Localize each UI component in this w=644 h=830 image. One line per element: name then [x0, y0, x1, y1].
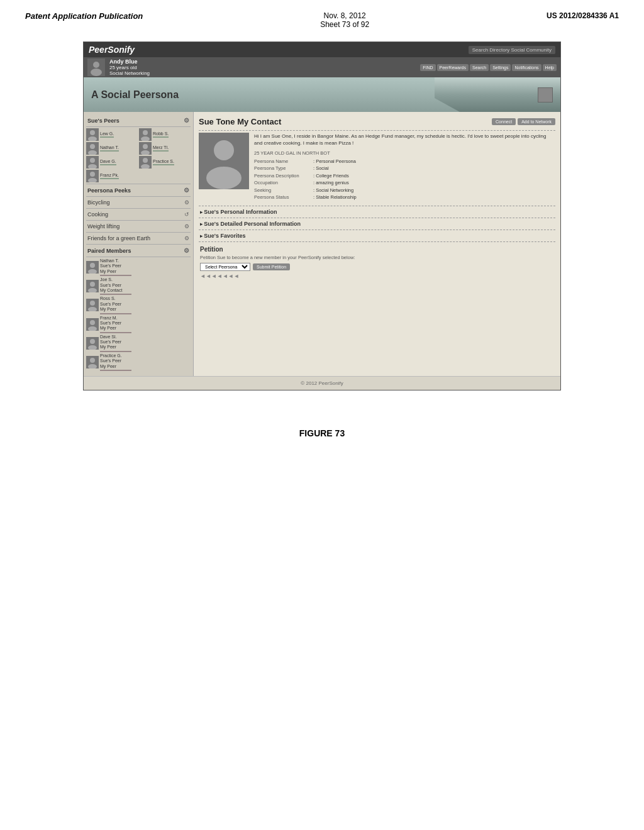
paired-avatar: [86, 261, 99, 274]
app-topbar: PeerSonify Search Directory Social Commu…: [84, 42, 560, 57]
paired-avatar: [86, 356, 99, 368]
svg-point-43: [214, 140, 234, 160]
petition-title: Petition: [200, 246, 554, 253]
paired-info: Ross S.Sue's PeerMy Peer: [100, 296, 131, 312]
app-navbar: Andy Blue 25 years old Social Networking…: [84, 57, 560, 77]
paired-item: Ross S.Sue's PeerMy Peer: [86, 296, 191, 314]
svg-point-1: [93, 62, 99, 68]
peer-grid: Lew G. Robb S. Nathan T.: [86, 128, 191, 169]
petition-section: Petition Petition Sue to become a new me…: [199, 241, 555, 283]
peers-gear-icon[interactable]: ⚙: [184, 117, 189, 124]
app-banner: A Social Peersona: [84, 77, 560, 112]
peer-name: Practice S.: [153, 159, 174, 164]
svg-point-25: [90, 263, 95, 268]
paired-divider: [86, 257, 191, 257]
svg-point-10: [90, 144, 95, 149]
peersona-weightlifting-icon: ⚙: [184, 223, 189, 230]
peer-item: Robb S.: [139, 128, 191, 141]
expand-detailed-info[interactable]: Sue's Detailed Personal Information: [199, 218, 555, 230]
svg-point-13: [143, 144, 148, 149]
banner-icon: [538, 87, 553, 102]
nav-search-button[interactable]: Search: [470, 64, 489, 71]
app-screenshot: PeerSonify Search Directory Social Commu…: [83, 42, 561, 390]
divider: [86, 208, 191, 209]
peer-avatar: [86, 142, 99, 155]
app-logo: PeerSonify: [89, 45, 135, 55]
paired-item: Dave Sl.Sue's PeerMy Peer: [86, 335, 191, 352]
paired-gear-icon[interactable]: ⚙: [184, 247, 189, 254]
peer-avatar: [139, 156, 152, 169]
page-header: Patent Application Publication Nov. 8, 2…: [0, 0, 644, 35]
paired-avatar: [86, 280, 99, 292]
peer-item: Practice S.: [139, 156, 191, 169]
svg-point-2: [91, 69, 102, 76]
contact-info-area: Hi I am Sue One, I reside in Bangor Main…: [199, 133, 555, 202]
app-sidebar: Sue's Peers ⚙ Lew G.: [84, 112, 194, 376]
paired-item: Nathan T.Sue's PeerMy Peer: [86, 258, 191, 276]
detail-row: Occupation : amazing genius: [254, 180, 555, 187]
paired-avatar: [86, 299, 99, 311]
app-main: Sue Tone My Contact Connect Add to Netwo…: [194, 112, 560, 376]
svg-point-28: [90, 282, 95, 287]
contact-buttons: Connect Add to Network: [492, 118, 555, 125]
peer-avatar: [139, 128, 152, 141]
add-to-network-button[interactable]: Add to Network: [518, 118, 555, 125]
patent-number: US 2012/0284336 A1: [547, 11, 619, 20]
svg-point-37: [90, 339, 95, 344]
contact-header: Sue Tone My Contact Connect Add to Netwo…: [199, 117, 555, 126]
peer-item: Merz Tl.: [139, 142, 191, 155]
divider: [86, 184, 191, 184]
connect-button[interactable]: Connect: [492, 118, 516, 125]
peer-avatar: [86, 128, 99, 141]
petition-submit-button[interactable]: Submit Petition: [253, 263, 290, 270]
svg-point-34: [90, 320, 95, 325]
nav-find-button[interactable]: FIND: [420, 64, 435, 71]
detail-row: Peersona Type : Social: [254, 165, 555, 172]
main-content: PeerSonify Search Directory Social Commu…: [0, 35, 644, 397]
paired-info: Dave Sl.Sue's PeerMy Peer: [100, 335, 131, 350]
expand-personal-info[interactable]: Sue's Personal Information: [199, 206, 555, 218]
peersona-item-greenearth[interactable]: Friends for a green Earth ⚙: [86, 234, 191, 243]
peersona-item-weightlifting[interactable]: Weight lifting ⚙: [86, 222, 191, 231]
peer-name: Dave G.: [100, 159, 116, 164]
nav-settings-button[interactable]: Settings: [490, 64, 511, 71]
nav-buttons: FIND PeerRewards Search Settings Notific…: [420, 64, 557, 71]
peersona-item-cooking[interactable]: Cooking ↺: [86, 210, 191, 219]
nav-notifications-button[interactable]: Notifications: [512, 64, 541, 71]
peer-avatar: [86, 170, 99, 182]
peer-name: Franz Pk.: [100, 173, 119, 178]
paired-avatar: [86, 337, 99, 350]
peers-section-title: Sue's Peers ⚙: [86, 116, 191, 125]
peersona-divider: [86, 196, 191, 197]
detail-row: Peersona Name : Personal Peersona: [254, 158, 555, 165]
paired-avatar: [86, 318, 99, 331]
expand-favorites[interactable]: Sue's Favorites: [199, 230, 555, 241]
petition-controls: Select Peersona Submit Petition: [200, 263, 554, 271]
nav-peerrewards-button[interactable]: PeerRewards: [437, 64, 469, 71]
topbar-right-label: Search Directory Social Community: [469, 46, 555, 54]
peersona-peeks-gear-icon[interactable]: ⚙: [184, 187, 189, 194]
petition-text: Petition Sue to become a new member in y…: [200, 255, 554, 260]
svg-point-22: [90, 172, 95, 177]
banner-title: A Social Peersona: [91, 89, 179, 101]
figure-caption: FIGURE 73: [299, 428, 345, 438]
detail-row: Peersona Description : College Friends: [254, 173, 555, 180]
peersona-item-bicycling[interactable]: Bicycling ⚙: [86, 198, 191, 207]
peer-name: Merz Tl.: [153, 145, 169, 150]
app-footer: © 2012 PeerSonify: [84, 376, 560, 390]
peer-avatar: [86, 156, 99, 169]
peer-name: Robb S.: [153, 131, 169, 136]
petition-select[interactable]: Select Peersona: [200, 263, 250, 271]
svg-point-40: [90, 358, 95, 363]
peer-name: Nathan T.: [100, 145, 119, 150]
nav-user-info: Andy Blue 25 years old Social Networking: [107, 58, 152, 76]
nav-help-button[interactable]: Help: [543, 64, 557, 71]
nav-user-avatar: [87, 58, 105, 76]
paired-item: Practice G.Sue's PeerMy Peer: [86, 353, 191, 371]
paired-members-title: Paired Members ⚙: [86, 246, 191, 255]
svg-point-31: [90, 301, 95, 306]
paired-info: Franz M.Sue's PeerMy Peer: [100, 316, 131, 331]
peer-name: Lew G.: [100, 131, 114, 136]
contact-details: 25 YEAR OLD GAL IN NORTH BOT Peersona Na…: [254, 150, 555, 201]
peer-item: Nathan T.: [86, 142, 138, 155]
